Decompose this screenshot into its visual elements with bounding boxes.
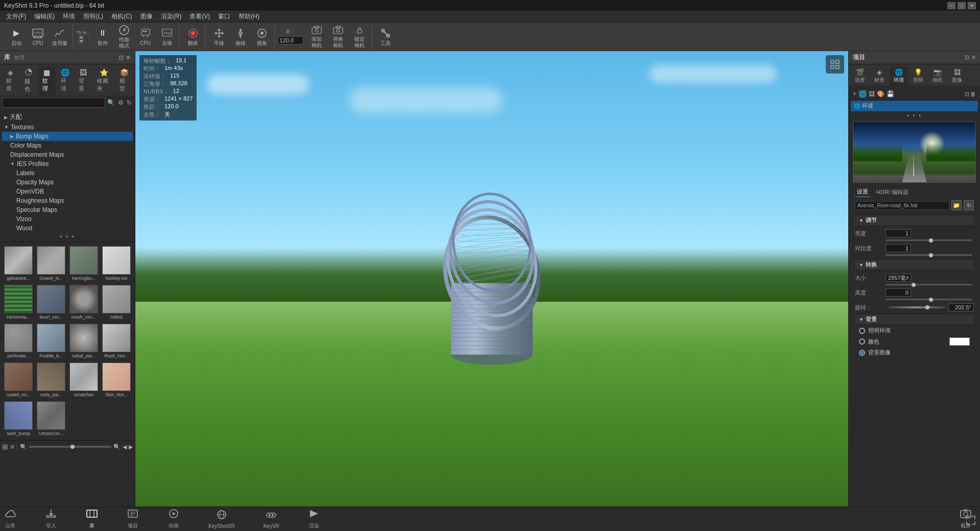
tab-right-material[interactable]: ◈ 材质 — [870, 66, 889, 86]
tree-item-opacity-maps[interactable]: Opacity Maps — [2, 178, 133, 187]
bottom-keyvr-btn[interactable]: KeyVR — [259, 508, 283, 531]
bg-color-option[interactable]: 颜色 — [855, 336, 974, 347]
thumb-rusted[interactable]: rusted_no... — [4, 363, 33, 397]
menu-window[interactable]: 窗口 — [214, 11, 234, 22]
bg-lighting-radio[interactable] — [859, 328, 865, 334]
menu-help[interactable]: 帮助(H) — [234, 11, 264, 22]
tab-right-camera[interactable]: 📷 相机 — [928, 66, 947, 86]
perf-mode-button[interactable]: 性能模式 — [114, 25, 134, 49]
bottom-cloud-btn[interactable]: 云库 — [0, 506, 20, 531]
tab-material[interactable]: ◈ 材质 — [2, 66, 19, 95]
env-settings-tab[interactable]: 设置 — [855, 187, 870, 197]
env-tree-item-environment[interactable]: 🌐 环境 — [851, 101, 978, 111]
pan-button[interactable]: 平移 — [209, 25, 229, 49]
thumb-puddle[interactable]: Puddle_b... — [37, 324, 65, 358]
env-save-icon[interactable]: 💾 — [887, 90, 894, 98]
viewport[interactable]: 每秒帧数： 19.1 时间： 1m 43s 采样值： 115 三角形： 98,3… — [135, 51, 848, 506]
height-slider[interactable] — [886, 299, 972, 300]
contrast-input[interactable] — [886, 244, 911, 252]
bottom-render-btn[interactable]: 渲染 — [304, 506, 324, 531]
cpu-monitor-button[interactable]: CPU CPU — [28, 25, 48, 49]
tree-item-textures[interactable]: ▼ Textures — [2, 123, 133, 132]
filter-icon[interactable]: ⚙ — [117, 98, 125, 107]
menu-lighting[interactable]: 照明(L) — [79, 11, 107, 22]
refresh-icon[interactable]: ↻ — [126, 98, 133, 107]
menu-edit[interactable]: 编辑(E) — [30, 11, 59, 22]
thumb-mesh[interactable]: mesh_circ... — [69, 285, 98, 320]
minimize-button[interactable]: ─ — [947, 2, 955, 9]
contrast-slider[interactable] — [886, 254, 972, 256]
tab-right-environment[interactable]: 🌐 环境 — [890, 66, 908, 86]
env-trash-icon[interactable]: 🗑 — [970, 91, 976, 97]
env-folder-icon[interactable]: 📁 — [951, 200, 962, 210]
tree-item-roughness-maps[interactable]: Roughness Maps — [2, 196, 133, 205]
env-image-icon[interactable]: 🖼 — [869, 90, 875, 98]
tab-background[interactable]: 🖼 背景 — [75, 66, 92, 95]
tree-item-vizoo[interactable]: Vizoo — [2, 214, 133, 224]
bottom-project-btn[interactable]: 项目 — [123, 506, 143, 531]
tree-item-displacement-maps[interactable]: Displacement Maps — [2, 150, 133, 159]
lock-camera-button[interactable]: 锁定相机 — [349, 25, 370, 49]
transform-section-header[interactable]: ▼ 转换 — [855, 259, 974, 271]
thumb-herring[interactable]: herringbo... — [69, 246, 98, 281]
zoom-out-icon[interactable]: 🔍 — [113, 444, 121, 450]
tree-item-labels[interactable]: Labels — [2, 168, 133, 178]
tree-item-wood[interactable]: Wood — [2, 224, 133, 232]
fov-input[interactable] — [278, 36, 303, 44]
tree-item-openvdb[interactable]: OpenVDB — [2, 187, 133, 196]
thumb-rock[interactable]: Rock_Nor... — [102, 324, 131, 358]
fullscreen-icon[interactable] — [966, 515, 976, 527]
thumb-horiz[interactable]: Horizonta... — [4, 285, 33, 320]
thumb-perf[interactable]: perforate... — [4, 324, 33, 358]
bg-color-swatch[interactable] — [949, 337, 970, 346]
zoom-up[interactable]: ▲ — [79, 35, 84, 39]
env-hdri-editor-tab[interactable]: HDRI 编辑器 — [874, 187, 911, 197]
rotation-input[interactable] — [948, 303, 974, 311]
tab-favorites[interactable]: ⭐ 收藏夹 — [93, 66, 114, 95]
replace-camera-button[interactable]: 替换相机 — [328, 25, 348, 49]
menu-image[interactable]: 图像 — [136, 11, 157, 22]
thumb-rusty[interactable]: rusty_pai... — [37, 363, 65, 397]
push-button[interactable]: 推移 — [230, 25, 251, 49]
menu-file[interactable]: 文件(F) — [2, 11, 30, 22]
pause-button[interactable]: ⏸ 暂停 — [92, 25, 113, 49]
thumb-scratches[interactable]: scratches — [69, 363, 98, 397]
maximize-button[interactable]: □ — [958, 2, 966, 9]
env-add-icon[interactable]: + — [853, 90, 856, 98]
env-globe-icon[interactable]: 🌐 — [858, 90, 867, 98]
menu-view[interactable]: 查看(V) — [185, 11, 214, 22]
tree-item-specular-maps[interactable]: Specular Maps — [2, 205, 133, 214]
tab-environment[interactable]: 🌐 环境 — [57, 66, 74, 95]
bottom-animation-btn[interactable]: 动画 — [163, 506, 184, 531]
menu-camera[interactable]: 相机(C) — [107, 11, 136, 22]
size-slider[interactable] — [29, 446, 111, 448]
search-icon[interactable]: 🔍 — [106, 98, 116, 107]
nav-forward-icon[interactable]: ▶ — [129, 444, 133, 450]
thumb-galvanize[interactable]: galvanize... — [4, 246, 33, 281]
bottom-library-btn[interactable]: 库 — [82, 506, 102, 531]
size-slider-r[interactable] — [886, 284, 972, 285]
menu-render[interactable]: 渲染(R) — [157, 11, 186, 22]
record-button[interactable]: 翻录 — [183, 25, 203, 49]
bottom-keyshotxr-btn[interactable]: KeyShotXR — [204, 508, 239, 531]
rotation-slider[interactable] — [889, 306, 945, 308]
right-expand-icon[interactable]: ⊡ — [965, 54, 969, 61]
tab-color[interactable]: 颜色 — [20, 66, 38, 95]
env-refresh2-icon[interactable]: ↻ — [964, 200, 974, 210]
tree-item-ies-profiles[interactable]: ▼ IES Profiles — [2, 159, 133, 168]
adjust-section-header[interactable]: ▼ 调节 — [855, 214, 974, 226]
nav-back-icon[interactable]: ◀ — [123, 444, 127, 450]
library-expand-icon[interactable]: ⊡ — [118, 54, 124, 61]
thumb-milled[interactable]: milled — [102, 285, 131, 320]
env-expand-icon[interactable]: ⊡ — [965, 91, 969, 98]
add-camera-button[interactable]: + 添加相机 — [306, 25, 327, 49]
grid-view-icon[interactable]: ⊞ — [2, 443, 8, 451]
tab-right-lighting[interactable]: 💡 照明 — [909, 66, 927, 86]
corner-button[interactable] — [826, 55, 844, 74]
tab-right-image[interactable]: 🖼 图像 — [948, 66, 966, 86]
zoom-down[interactable]: ▼ — [79, 39, 84, 43]
thumb-urban[interactable]: UrbanCon... — [37, 401, 65, 436]
bg-lighting-option[interactable]: 照明环境 — [855, 325, 974, 336]
thumb-swirl2[interactable]: swirl_bump — [4, 401, 33, 436]
tools-button[interactable]: 工具 — [375, 25, 396, 49]
